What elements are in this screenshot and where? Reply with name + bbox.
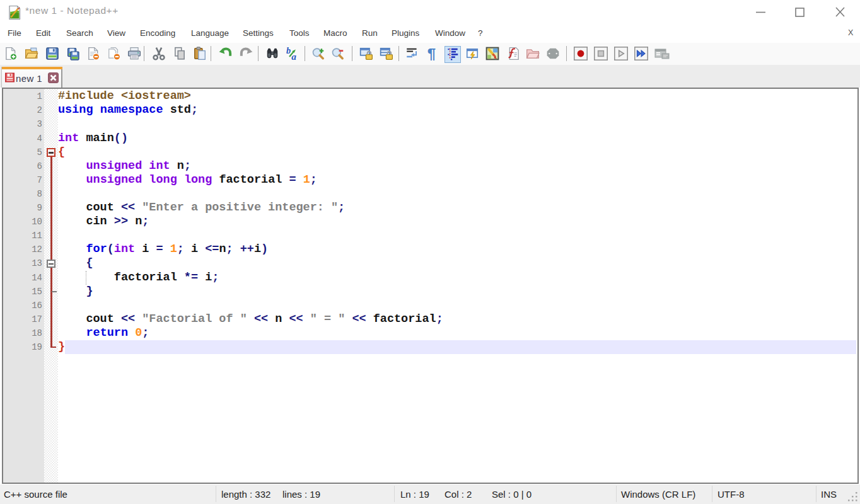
svg-text:b: b bbox=[286, 47, 291, 55]
svg-text:¶: ¶ bbox=[427, 47, 436, 60]
